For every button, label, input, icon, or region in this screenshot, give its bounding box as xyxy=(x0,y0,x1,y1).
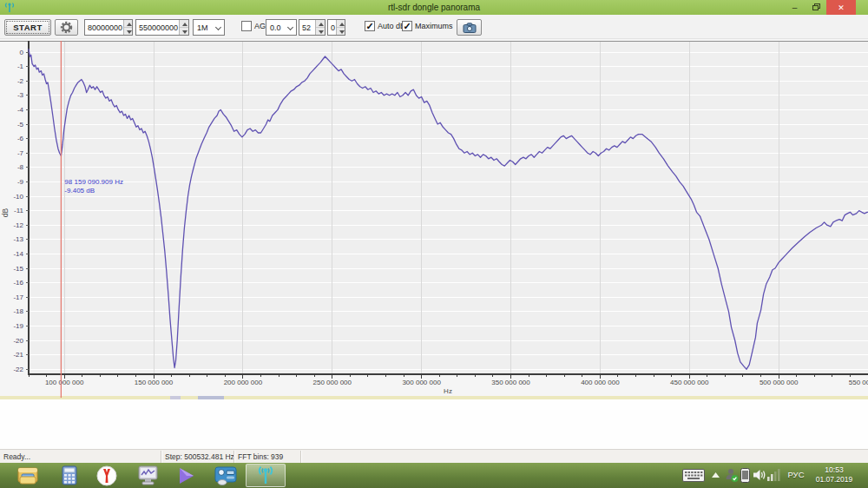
y-tick-label: -15 xyxy=(13,265,23,273)
onscreen-keyboard-icon xyxy=(682,469,705,482)
x-axis-title: Hz xyxy=(444,387,452,395)
freq-stop-spinner[interactable] xyxy=(179,20,188,35)
x-tick-label: 450 000 000 xyxy=(670,379,709,386)
y-tick-label: -16 xyxy=(13,279,23,287)
spin-down-icon[interactable] xyxy=(124,28,132,35)
y-tick-label: -18 xyxy=(13,307,23,315)
spin-down-icon[interactable] xyxy=(337,28,345,35)
y-tick-label: -22 xyxy=(13,366,23,373)
spin-up-icon[interactable] xyxy=(124,20,132,28)
x-tick-label: 550 000 000 xyxy=(849,379,868,386)
gain-spinner[interactable] xyxy=(315,20,325,35)
y-tick-label: -14 xyxy=(13,250,23,258)
tray-clock[interactable]: 10:53 01.07.2019 xyxy=(806,465,863,485)
x-tick-label: 500 000 000 xyxy=(760,379,799,386)
taskbar-item-explorer[interactable] xyxy=(15,465,41,486)
y-tick-label: -4 xyxy=(17,106,24,114)
offset-spinner-field[interactable]: 0 xyxy=(327,19,345,36)
status-ready: Ready... xyxy=(3,452,30,461)
start-button[interactable]: START xyxy=(4,19,51,36)
y-axis-title: dB xyxy=(1,208,10,217)
y-tick-label: -9 xyxy=(17,178,24,186)
y-tick-label: -5 xyxy=(17,121,24,129)
step-combo[interactable]: 1M xyxy=(193,19,225,36)
freq-start-value[interactable]: 80000000 xyxy=(85,20,123,35)
toolbar: START 80000000 550000000 1M AGC 0.0 xyxy=(0,15,868,39)
y-tick-label: -1 xyxy=(17,63,24,70)
taskbar-item-device-panel[interactable] xyxy=(213,465,239,486)
tray-hidden-icons[interactable] xyxy=(712,472,720,478)
tray-network[interactable] xyxy=(767,469,781,481)
tray-volume[interactable] xyxy=(753,469,766,481)
y-tick-label: -8 xyxy=(17,163,24,171)
x-tick-label: 200 000 000 xyxy=(224,379,263,386)
taskbar-item-kmplayer[interactable] xyxy=(174,465,200,486)
taskbar-item-calculator[interactable] xyxy=(56,465,82,486)
offset-spinner-value[interactable]: 0 xyxy=(328,20,336,35)
hidden-icons-arrow xyxy=(712,472,720,478)
tray-onscreen-keyboard[interactable] xyxy=(682,469,705,482)
x-tick-label: 150 000 000 xyxy=(135,379,174,386)
client-gap xyxy=(0,399,868,449)
taskbar-item-system-monitor[interactable] xyxy=(135,465,161,486)
titlebar[interactable]: rtl-sdr dongle panorama – ✕ xyxy=(0,0,868,15)
tray-language[interactable]: РУС xyxy=(784,470,808,479)
restore-icon xyxy=(812,3,820,11)
clock-time: 10:53 xyxy=(825,465,843,475)
spin-up-icon[interactable] xyxy=(337,20,345,28)
spin-up-icon[interactable] xyxy=(316,20,325,28)
sdr-antenna-icon xyxy=(255,465,276,485)
y-tick-label: 0 xyxy=(20,49,24,56)
tray-user-status[interactable] xyxy=(725,468,739,483)
spectrum-chart[interactable]: 100 000 000150 000 000200 000 000250 000… xyxy=(0,39,868,399)
status-separator xyxy=(300,451,301,463)
speaker-icon xyxy=(753,469,766,481)
explorer-icon xyxy=(16,466,39,485)
gain-combo[interactable]: 0.0 xyxy=(266,19,297,36)
y-tick-label: -3 xyxy=(17,91,24,99)
kmplayer-icon xyxy=(177,466,196,485)
x-tick-label: 250 000 000 xyxy=(313,379,352,386)
offset-spinner[interactable] xyxy=(336,20,345,35)
agc-checkbox[interactable] xyxy=(241,21,252,31)
x-tick-label: 400 000 000 xyxy=(581,379,620,386)
cursor-annotation-db: -9.405 dB xyxy=(64,187,95,195)
spectrum-plot[interactable]: 100 000 000150 000 000200 000 000250 000… xyxy=(0,39,868,399)
calculator-icon xyxy=(62,465,77,485)
gain-spinner-value[interactable]: 52 xyxy=(299,20,315,35)
freq-start-field[interactable]: 80000000 xyxy=(84,19,133,36)
freq-start-spinner[interactable] xyxy=(123,20,132,35)
settings-button[interactable] xyxy=(55,19,78,36)
minimize-button[interactable]: – xyxy=(784,0,806,15)
y-tick-label: -21 xyxy=(13,351,23,359)
yandex-browser-icon xyxy=(96,465,117,486)
plot-background[interactable] xyxy=(29,41,868,374)
freq-stop-field[interactable]: 550000000 xyxy=(135,19,189,36)
tray-phone[interactable] xyxy=(740,468,750,483)
network-bars-icon xyxy=(767,469,781,481)
screenshot-button[interactable] xyxy=(457,19,482,36)
freq-stop-value[interactable]: 550000000 xyxy=(136,20,179,35)
maximums-checkbox[interactable]: ✓ xyxy=(402,21,412,31)
phone-icon xyxy=(740,468,750,483)
maximums-checkbox-group[interactable]: ✓ Maximums xyxy=(402,21,453,31)
maximize-button[interactable] xyxy=(806,0,826,15)
spin-up-icon[interactable] xyxy=(180,20,188,28)
auto-db-checkbox-group[interactable]: ✓ Auto dB xyxy=(365,21,405,31)
status-separator xyxy=(161,451,161,463)
gain-spinner-field[interactable]: 52 xyxy=(299,19,326,36)
spin-down-icon[interactable] xyxy=(180,28,188,35)
y-tick-label: -6 xyxy=(17,135,24,142)
y-tick-label: -7 xyxy=(17,149,24,157)
x-tick-label: 100 000 000 xyxy=(45,379,84,386)
taskbar: РУС 10:53 01.07.2019 xyxy=(0,463,868,488)
y-tick-label: -13 xyxy=(13,235,23,243)
device-panel-icon xyxy=(214,466,237,485)
taskbar-item-yandex-browser[interactable] xyxy=(94,465,120,486)
clock-date: 01.07.2019 xyxy=(816,475,853,485)
gear-icon xyxy=(60,21,73,34)
close-button[interactable]: ✕ xyxy=(826,0,856,15)
auto-db-checkbox[interactable]: ✓ xyxy=(365,21,375,31)
taskbar-item-sdr-app-active[interactable] xyxy=(246,464,286,487)
spin-down-icon[interactable] xyxy=(316,28,325,35)
